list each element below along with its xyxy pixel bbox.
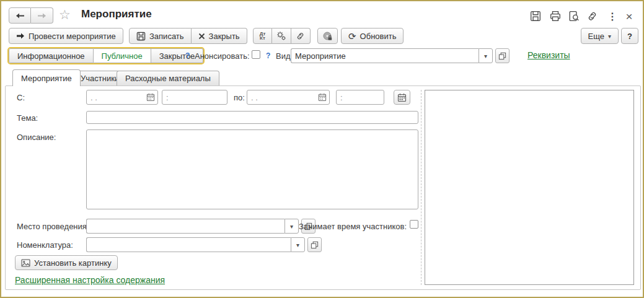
close-window-icon[interactable]: ×	[622, 9, 636, 23]
disc-lock-icon	[322, 31, 333, 42]
schedule-calendar-icon	[397, 93, 407, 102]
favorite-star-icon[interactable]: ☆	[59, 8, 71, 21]
more-actions-button[interactable]: Еще ▾	[581, 28, 619, 44]
help-question-icon[interactable]: ?	[185, 51, 190, 60]
splitter-handle[interactable]	[421, 90, 421, 285]
theme-input[interactable]	[86, 111, 418, 124]
get-link-button[interactable]	[291, 28, 311, 44]
time-to-input[interactable]	[336, 90, 384, 105]
toggle-public[interactable]: Публичное	[94, 48, 151, 63]
time-from-input[interactable]	[162, 90, 227, 105]
chevron-down-icon: ▾	[608, 33, 611, 40]
requisites-link[interactable]: Реквизиты	[527, 50, 570, 60]
nomenclature-label: Номенклатура:	[17, 240, 73, 250]
kind-dropdown-icon[interactable]: ▾	[479, 48, 493, 63]
location-dropdown-icon[interactable]: ▾	[285, 219, 299, 234]
to-label: по:	[234, 93, 245, 102]
nomenclature-combo: ▾	[86, 237, 305, 252]
preview-icon[interactable]	[567, 9, 581, 23]
description-textarea[interactable]	[86, 129, 418, 209]
event-form-window: ☆ Мероприятие ⋮ × Провести мероприятие	[0, 0, 644, 298]
tab-consumables[interactable]: Расходные материалы	[117, 71, 219, 85]
kind-input[interactable]	[291, 48, 479, 63]
picture-preview-panel	[425, 90, 634, 285]
announce-label: Анонсировать:	[195, 51, 250, 61]
debit-credit-icon: ДтКт	[260, 32, 266, 40]
open-select-icon	[311, 241, 319, 249]
theme-label: Тема:	[17, 113, 38, 123]
date-from-field	[86, 90, 158, 105]
advanced-content-settings-link[interactable]: Расширенная настройка содержания	[15, 275, 165, 285]
kind-choose-button[interactable]	[495, 48, 509, 63]
nomenclature-dropdown-icon[interactable]: ▾	[291, 237, 305, 252]
print-icon[interactable]	[549, 9, 562, 23]
chain-link-icon	[296, 31, 306, 41]
post-arrow-icon	[16, 32, 25, 40]
help-button[interactable]: ?	[621, 28, 638, 44]
schedule-picker-button[interactable]	[394, 90, 410, 105]
post-event-button[interactable]: Провести мероприятие	[9, 28, 123, 44]
lock-disc-button[interactable]	[317, 28, 338, 44]
forward-arrow-icon	[37, 12, 46, 20]
open-select-icon	[498, 52, 506, 60]
close-x-icon	[198, 33, 205, 40]
takes-time-label: Занимает время участников:	[299, 222, 407, 231]
related-documents-button[interactable]	[272, 28, 291, 44]
gears-icon	[276, 31, 286, 41]
location-input[interactable]	[86, 219, 285, 234]
takes-time-checkbox[interactable]	[410, 220, 418, 229]
nomenclature-input[interactable]	[86, 237, 291, 252]
save-record-button[interactable]: Записать	[129, 28, 192, 44]
help-question-icon-2[interactable]: ?	[266, 51, 270, 60]
toolbar-icon-group: ДтКт	[253, 28, 311, 44]
refresh-button[interactable]: ⟳ Обновить	[341, 28, 404, 44]
location-combo: ▾	[86, 219, 299, 234]
picture-icon	[21, 259, 30, 267]
location-label: Место проведения:	[17, 222, 89, 231]
back-button[interactable]	[9, 7, 31, 24]
link-icon[interactable]	[586, 9, 599, 23]
nomenclature-choose-button[interactable]	[307, 237, 322, 252]
kind-combo: ▾	[291, 48, 493, 63]
debit-credit-button[interactable]: ДтКт	[253, 28, 272, 44]
save-floppy-icon	[136, 32, 146, 41]
page-title: Мероприятие	[81, 8, 152, 20]
close-form-button[interactable]: Закрыть	[192, 28, 247, 44]
from-label: С:	[17, 93, 25, 102]
forward-button[interactable]	[31, 7, 53, 24]
event-type-toggle-group: Информационное Публичное Закрытое	[7, 47, 205, 64]
toggle-informational[interactable]: Информационное	[9, 48, 94, 63]
more-menu-kebab-icon[interactable]: ⋮	[606, 9, 619, 23]
set-picture-button[interactable]: Установить картинку	[15, 255, 118, 270]
save-close-group: Записать Закрыть	[129, 28, 247, 44]
save-icon[interactable]	[529, 9, 542, 23]
back-arrow-icon	[15, 12, 25, 20]
announce-checkbox[interactable]	[252, 50, 260, 59]
refresh-icon: ⟳	[348, 32, 356, 41]
description-label: Описание:	[17, 133, 56, 142]
date-to-field	[247, 90, 330, 105]
calendar-icon[interactable]	[317, 92, 328, 103]
calendar-icon[interactable]	[145, 92, 156, 103]
tab-event[interactable]: Мероприятие	[12, 69, 81, 86]
nav-history-group	[9, 7, 53, 24]
